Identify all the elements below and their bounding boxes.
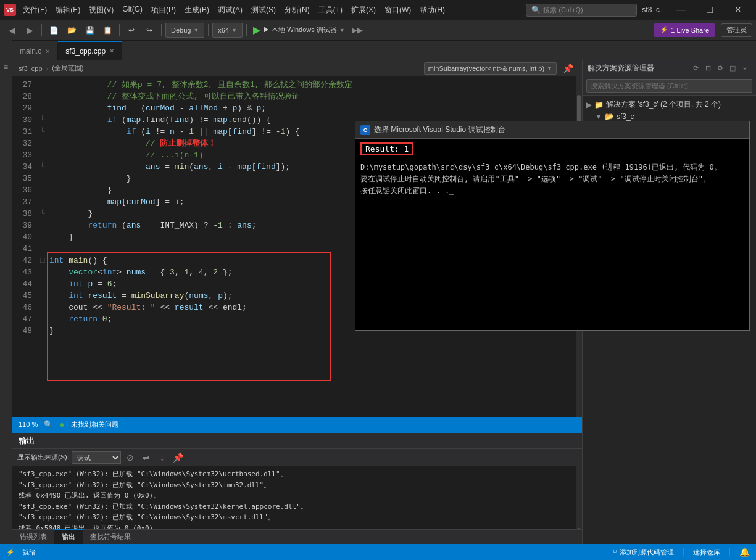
source-select[interactable]: 调试 (72, 451, 121, 464)
pin-button[interactable]: 📌 (560, 64, 576, 73)
tab-main-c[interactable]: main.c ✕ (12, 43, 58, 60)
source-icon: ⑂ (613, 548, 617, 556)
bottom-status-bar: ⚡ 就绪 ⑂ 添加到源代码管理 │ 选择仓库 │ 🔔 (0, 544, 756, 560)
output-line-1: "sf3_cpp.exe" (Win32): 已加载 "C:\Windows\S… (19, 469, 570, 480)
menu-edit[interactable]: 编辑(E) (51, 4, 85, 17)
editor-status-bar: 110 % 🔍 ● 未找到相关问题 (12, 417, 582, 432)
tab-find-results[interactable]: 查找符号结果 (83, 529, 138, 544)
code-line-28: // 整体变成下面的公式, 可以自己带入各种情况验证 (49, 91, 573, 102)
redo-button[interactable]: ↪ (141, 22, 157, 38)
liveshare-label: 1 Live Share (671, 27, 709, 34)
output-wrap-btn[interactable]: ⇌ (139, 451, 153, 464)
menu-analyze[interactable]: 分析(N) (280, 4, 314, 17)
search-box-title: 🔍 搜索 (Ctrl+Q) (526, 4, 637, 17)
minimize-button[interactable]: — (667, 0, 696, 20)
undo-button[interactable]: ↩ (123, 22, 139, 38)
run-button[interactable]: ▶ ▶ 本地 Windows 调试器 ▼ (251, 24, 347, 36)
console-output-text: D:\mysetup\gopath\src\dsy\sf3_c\x64\Debu… (355, 159, 749, 200)
platform-dropdown[interactable]: x64 ▼ (212, 23, 243, 38)
output-clear-btn[interactable]: ⊘ (123, 451, 137, 464)
run-more-button[interactable]: ▶▶ (349, 22, 365, 38)
menu-git[interactable]: Git(G) (118, 4, 147, 17)
menu-build[interactable]: 生成(B) (180, 4, 214, 17)
tab-error-list[interactable]: 错误列表 (12, 529, 54, 544)
output-panel: 输出 显示输出来源(S): 调试 ⊘ ⇌ ↓ 📌 "sf3_cpp.ex (12, 432, 582, 544)
menu-debug[interactable]: 调试(A) (214, 4, 247, 17)
bell-button[interactable]: 🔔 (739, 547, 750, 557)
console-window: C 选择 Microsoft Visual Studio 调试控制台 Resul… (355, 121, 750, 331)
toolbar: ◀ ▶ 📄 📂 💾 📋 ↩ ↪ Debug ▼ x64 ▼ ▶ ▶ 本地 Win… (0, 20, 756, 41)
tab-bar: main.c ✕ sf3_cpp.cpp ✕ (0, 41, 756, 60)
close-button[interactable]: × (724, 0, 752, 20)
menu-test[interactable]: 测试(S) (247, 4, 280, 17)
editor-breadcrumb: sf3_cpp › (全局范围) minSubarray(vector<int>… (12, 60, 582, 76)
panel-close-panel-btn[interactable]: × (739, 62, 751, 75)
panel-preview-btn[interactable]: ◫ (726, 62, 739, 75)
add-source-button[interactable]: ⑂ 添加到源代码管理 (613, 548, 674, 557)
liveshare-icon: ⚡ (660, 26, 668, 34)
menu-view[interactable]: 视图(V) (85, 4, 118, 17)
back-button[interactable]: ◀ (4, 22, 20, 38)
solution-search-box (583, 76, 756, 96)
menu-tools[interactable]: 工具(T) (314, 4, 347, 17)
manage-button[interactable]: 管理员 (721, 23, 752, 37)
tree-project-icon: 📂 (605, 112, 614, 121)
breadcrumb-scope: (全局范围) (52, 64, 83, 73)
tab-output-active[interactable]: 输出 (54, 529, 83, 544)
search-text-title: 搜索 (Ctrl+Q) (543, 6, 583, 15)
tab-sf3-cpp[interactable]: sf3_cpp.cpp ✕ (58, 41, 122, 60)
output-header: 输出 (12, 433, 582, 449)
scope-value: minSubarray(vector<int>& nums, int p) (428, 65, 544, 72)
menu-extensions[interactable]: 扩展(X) (347, 4, 380, 17)
console-result-line: Result: 1 (355, 139, 749, 159)
select-repo-label: 选择仓库 (693, 548, 720, 556)
select-repo-button[interactable]: 选择仓库 (693, 548, 720, 557)
new-file-button[interactable]: 📄 (46, 22, 62, 38)
ready-text: 就绪 (22, 548, 36, 557)
maximize-button[interactable]: □ (696, 0, 724, 20)
output-toolbar: 显示输出来源(S): 调试 ⊘ ⇌ ↓ 📌 (12, 449, 582, 466)
output-text[interactable]: "sf3_cpp.exe" (Win32): 已加载 "C:\Windows\S… (12, 466, 576, 529)
panel-title: 解决方案资源管理器 (588, 63, 654, 73)
save-all-button[interactable]: 📋 (99, 22, 115, 38)
scope-selector[interactable]: minSubarray(vector<int>& nums, int p) ▼ (424, 62, 557, 75)
zoom-level: 110 % (19, 421, 38, 428)
tab-sf3-cpp-label: sf3_cpp.cpp (65, 47, 106, 56)
menu-file[interactable]: 文件(F) (19, 4, 51, 17)
source-label: 显示输出来源(S): (17, 453, 69, 462)
search-icon-title: 🔍 (531, 6, 541, 14)
menu-window[interactable]: 窗口(W) (380, 4, 415, 17)
ready-icon: ⚡ (6, 548, 15, 556)
output-vscrollbar[interactable] (576, 466, 582, 529)
output-scroll-btn[interactable]: ↓ (156, 451, 169, 464)
panel-header: 解决方案资源管理器 ⟳ ⊞ ⚙ ◫ × (583, 60, 756, 76)
activity-icon-1[interactable]: ≡ (4, 63, 8, 72)
panel-prop-btn[interactable]: ⚙ (714, 62, 726, 75)
tab-main-c-icon: ✕ (45, 48, 50, 55)
breadcrumb-file: sf3_cpp (19, 65, 43, 72)
open-button[interactable]: 📂 (64, 22, 80, 38)
liveshare-button[interactable]: ⚡ 1 Live Share (654, 23, 715, 37)
output-pin-btn[interactable]: 📌 (172, 451, 185, 464)
debug-config-dropdown[interactable]: Debug ▼ (165, 23, 204, 38)
output-content-area: "sf3_cpp.exe" (Win32): 已加载 "C:\Windows\S… (12, 466, 582, 529)
output-tabs: 错误列表 输出 查找符号结果 (12, 529, 582, 544)
solution-search-input[interactable] (586, 79, 752, 93)
menu-project[interactable]: 项目(P) (147, 4, 180, 17)
console-content: Result: 1 D:\mysetup\gopath\src\dsy\sf3_… (355, 139, 749, 330)
tree-root[interactable]: ▶ 📁 解决方案 'sf3_c' (2 个项目, 共 2 个) (583, 98, 756, 111)
forward-button[interactable]: ▶ (22, 22, 38, 38)
activity-bar: ≡ (0, 60, 12, 544)
console-result-text: Result: 1 (360, 142, 413, 155)
title-bar: VS 文件(F) 编辑(E) 视图(V) Git(G) 项目(P) 生成(B) … (0, 0, 756, 20)
tree-project-arrow: ▼ (595, 112, 602, 121)
menu-help[interactable]: 帮助(H) (415, 4, 449, 17)
panel-filter-btn[interactable]: ⊞ (702, 62, 714, 75)
output-line-4: "sf3_cpp.exe" (Win32): 已加载 "C:\Windows\S… (19, 501, 570, 513)
console-icon: C (360, 125, 370, 135)
panel-sync-btn[interactable]: ⟳ (689, 62, 702, 75)
add-source-label: 添加到源代码管理 (620, 548, 674, 557)
output-line-5: "sf3_cpp.exe" (Win32): 已加载 "C:\Windows\S… (19, 512, 570, 523)
save-button[interactable]: 💾 (81, 22, 98, 38)
separator-status: │ (681, 548, 686, 556)
